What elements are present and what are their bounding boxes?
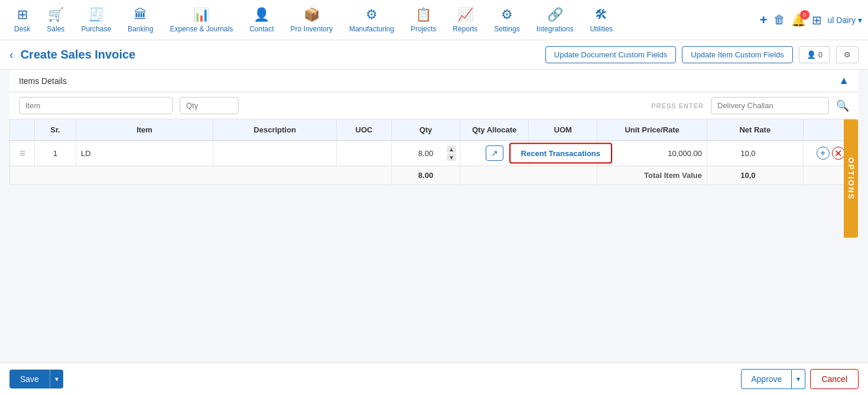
- item-cell[interactable]: LD: [76, 141, 213, 166]
- total-value-display: 10,0: [740, 171, 755, 180]
- nav-contact[interactable]: 👤 Contact: [241, 0, 282, 40]
- add-button[interactable]: +: [760, 12, 768, 28]
- nav-pro-inventory[interactable]: 📦 Pro Inventory: [282, 0, 341, 40]
- save-chevron-icon: ▾: [55, 375, 58, 383]
- nav-expense-label: Expense & Journals: [170, 25, 233, 33]
- item-input-row: PRESS ENTER 🔍: [9, 92, 859, 119]
- nav-purchase-label: Purchase: [81, 25, 111, 33]
- nav-desk-label: Desk: [14, 25, 30, 33]
- nav-settings[interactable]: ⚙ Settings: [486, 0, 528, 40]
- update-doc-custom-fields-button[interactable]: Update Document Custom Fields: [545, 46, 676, 63]
- company-selector[interactable]: ul Dairy ▾: [828, 15, 862, 25]
- nav-settings-label: Settings: [494, 25, 519, 33]
- col-uoc: UOC: [337, 119, 392, 141]
- drag-handle-cell: ≡: [10, 141, 35, 166]
- line-items-table: Sr. Item Description UOC Qty Qty Allocat…: [10, 119, 858, 184]
- desk-icon: ⊞: [17, 7, 28, 22]
- approve-group: Approve ▾: [741, 369, 805, 389]
- col-uom: UOM: [529, 119, 597, 141]
- nav-integrations[interactable]: 🔗 Integrations: [528, 0, 582, 40]
- nav-banking[interactable]: 🏛 Banking: [119, 0, 161, 40]
- items-details-bar: Items Details ▲: [9, 70, 859, 92]
- item-search-input[interactable]: [19, 97, 173, 114]
- qty-input[interactable]: [180, 97, 239, 114]
- delete-row-button[interactable]: ✕: [832, 147, 845, 160]
- nav-utilities[interactable]: 🛠 Utilities: [581, 0, 621, 40]
- delivery-challan-input[interactable]: [711, 97, 829, 114]
- unit-price-cell: 10,000.00 Recent Transacations: [597, 141, 707, 166]
- col-sr: Sr.: [35, 119, 76, 141]
- save-button[interactable]: Save: [9, 370, 50, 388]
- items-details-title: Items Details: [19, 76, 67, 86]
- projects-icon: 📋: [415, 7, 431, 22]
- col-item: Item: [76, 119, 213, 141]
- purchase-icon: 🧾: [88, 7, 104, 22]
- footer: Save ▾ Approve ▾ Cancel: [0, 362, 868, 395]
- cancel-button[interactable]: Cancel: [810, 369, 859, 389]
- update-item-custom-fields-button[interactable]: Update Item Custom Fields: [682, 46, 793, 63]
- sub-header-actions: Update Document Custom Fields Update Ite…: [545, 46, 859, 63]
- description-cell[interactable]: [213, 141, 337, 166]
- pro-inventory-icon: 📦: [304, 7, 320, 22]
- options-panel[interactable]: OPTIONS: [844, 119, 858, 238]
- nav-banking-label: Banking: [128, 25, 153, 33]
- recent-transactions-popup[interactable]: Recent Transacations: [509, 143, 612, 164]
- table-row: ≡ 1 LD 8.00 ▲ ▼: [10, 141, 858, 166]
- qty-allocate-button[interactable]: ↗: [486, 145, 503, 161]
- nav-manufacturing[interactable]: ⚙ Manufacturing: [341, 0, 402, 40]
- nav-desk[interactable]: ⊞ Desk: [6, 0, 38, 40]
- sales-icon: 🛒: [48, 7, 64, 22]
- nav-expense[interactable]: 📊 Expense & Journals: [161, 0, 241, 40]
- search-icon: 🔍: [836, 100, 849, 112]
- approve-chevron-icon: ▾: [797, 375, 800, 383]
- qty-decrease-button[interactable]: ▼: [447, 154, 456, 161]
- save-dropdown-button[interactable]: ▾: [50, 370, 63, 388]
- page-settings-button[interactable]: ⚙: [836, 46, 859, 63]
- manufacturing-icon: ⚙: [366, 7, 378, 22]
- nav-purchase[interactable]: 🧾 Purchase: [73, 0, 119, 40]
- notification-button[interactable]: 🔔 0: [791, 12, 806, 28]
- options-label: OPTIONS: [847, 157, 856, 200]
- top-right-area: + 🗑 🔔 0 ⊞ ul Dairy ▾: [760, 12, 862, 28]
- item-value: LD: [81, 149, 91, 158]
- trash-button[interactable]: 🗑: [773, 13, 785, 27]
- nav-sales[interactable]: 🛒 Sales: [38, 0, 73, 40]
- nav-utilities-label: Utilities: [590, 25, 613, 33]
- add-row-button[interactable]: +: [817, 147, 830, 160]
- unit-price-value: 10,000.00: [668, 149, 702, 158]
- nav-integrations-label: Integrations: [537, 25, 574, 33]
- nav-projects-label: Projects: [411, 25, 436, 33]
- collapse-icon: ▲: [838, 75, 849, 86]
- uoc-cell[interactable]: [337, 141, 392, 166]
- net-rate-cell: 10,0: [707, 141, 804, 166]
- recent-transactions-label: Recent Transacations: [521, 149, 600, 158]
- drag-handle-icon[interactable]: ≡: [19, 147, 25, 159]
- approve-dropdown-button[interactable]: ▾: [792, 369, 805, 389]
- user-count-button[interactable]: 👤 0: [799, 46, 830, 63]
- grid-view-button[interactable]: ⊞: [812, 13, 822, 27]
- total-item-value-label: Total Item Value: [644, 171, 702, 180]
- qty-value: 8.00: [418, 149, 433, 158]
- total-row: 8.00 Total Item Value 10,0: [10, 166, 858, 185]
- gear-icon: ⚙: [844, 50, 851, 59]
- save-group: Save ▾: [9, 370, 63, 388]
- collapse-items-button[interactable]: ▲: [838, 75, 849, 87]
- qty-increase-button[interactable]: ▲: [447, 145, 456, 153]
- notification-badge: 0: [800, 10, 810, 20]
- sub-header: ‹ Create Sales Invoice Update Document C…: [0, 40, 868, 70]
- col-drag: [10, 119, 35, 141]
- items-table: Sr. Item Description UOC Qty Qty Allocat…: [9, 119, 859, 185]
- nav-projects[interactable]: 📋 Projects: [402, 0, 444, 40]
- banking-icon: 🏛: [134, 7, 147, 22]
- col-net-rate: Net Rate: [707, 119, 804, 141]
- back-button[interactable]: ‹: [9, 48, 14, 61]
- total-empty: [10, 166, 391, 185]
- approve-button[interactable]: Approve: [741, 369, 792, 389]
- total-mid: [460, 166, 597, 185]
- nav-reports-label: Reports: [453, 25, 477, 33]
- col-qty-allocate: Qty Allocate: [460, 119, 529, 141]
- user-count-label: 0: [818, 50, 823, 59]
- search-button[interactable]: 🔍: [836, 99, 849, 112]
- nav-reports[interactable]: 📈 Reports: [444, 0, 486, 40]
- nav-pro-inventory-label: Pro Inventory: [291, 25, 333, 33]
